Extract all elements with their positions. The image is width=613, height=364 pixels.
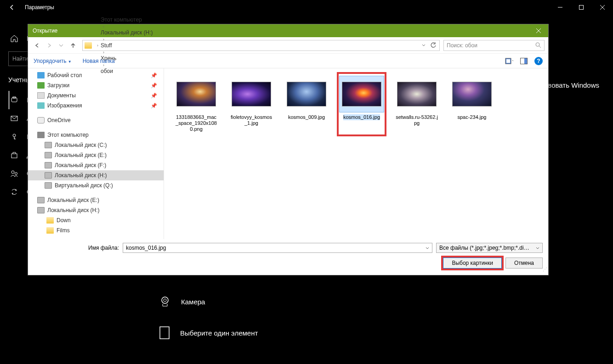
svg-rect-15 xyxy=(506,59,510,63)
tree-item-icon xyxy=(37,102,45,109)
svg-rect-6 xyxy=(11,154,17,158)
tree-item[interactable]: Локальный диск (C:) xyxy=(28,140,164,150)
tree-item-label: Films xyxy=(57,227,70,234)
tree-item-icon xyxy=(45,162,52,168)
folder-icon xyxy=(85,42,92,49)
tree-item-label: Загрузки xyxy=(47,82,69,89)
tree-item[interactable]: OneDrive xyxy=(28,115,164,125)
pin-icon: 📌 xyxy=(151,73,157,78)
filename-input[interactable]: kosmos_016.jpg xyxy=(123,243,432,253)
tree-item-icon xyxy=(37,197,45,203)
file-thumbnail xyxy=(342,82,381,106)
browse-icon xyxy=(159,326,170,340)
chevron-down-icon[interactable] xyxy=(426,247,429,249)
file-item[interactable]: kosmos_016.jpg xyxy=(339,74,385,134)
nav-icon xyxy=(10,114,18,123)
help-button[interactable]: ? xyxy=(534,57,543,65)
nav-icon xyxy=(10,169,18,178)
svg-point-9 xyxy=(162,297,168,303)
tree-item-label: Изображения xyxy=(47,102,82,109)
file-label: kosmos_009.jpg xyxy=(288,114,325,120)
filetype-select[interactable]: Все файлы (*.jpg;*.jpeg;*.bmp;*.dib;*.pn… xyxy=(436,243,543,253)
file-label: 1331883663_mac_space_1920x1080.png xyxy=(175,114,217,133)
breadcrumb-segment[interactable]: Этот компьютер xyxy=(101,17,153,23)
nav-forward-button[interactable] xyxy=(44,40,55,51)
tree-item-icon xyxy=(37,72,45,78)
chevron-down-icon xyxy=(536,247,539,249)
tree-item-label: Локальный диск (H:) xyxy=(55,172,107,179)
svg-line-13 xyxy=(539,46,541,48)
back-button[interactable] xyxy=(6,2,17,13)
tree-item[interactable]: Документы📌 xyxy=(28,90,164,101)
svg-point-10 xyxy=(164,299,166,302)
dialog-title: Открытие xyxy=(33,28,57,34)
camera-option[interactable]: Камера xyxy=(159,296,613,308)
tree-item[interactable]: Локальный диск (E:) xyxy=(28,195,164,205)
new-folder-button[interactable]: Новая папка xyxy=(83,58,115,64)
organize-menu[interactable]: Упорядочить ▼ xyxy=(34,58,72,64)
resize-grip[interactable]: ⋰ xyxy=(542,269,547,274)
tree-item-label: Локальный диск (H:) xyxy=(47,207,100,213)
filename-label: Имя файла: xyxy=(34,245,119,251)
tree-item[interactable]: Этот компьютер xyxy=(28,130,164,140)
file-item[interactable]: fioletovyy_kosmos_1.jpg xyxy=(228,74,274,134)
preview-pane-button[interactable] xyxy=(520,57,528,65)
tree-item[interactable]: Локальный диск (E:) xyxy=(28,150,164,160)
cancel-button[interactable]: Отмена xyxy=(505,258,543,269)
tree-item-label: Локальный диск (F:) xyxy=(55,162,106,168)
tree-item[interactable]: Локальный диск (H:) xyxy=(28,170,164,180)
tree-item[interactable]: Изображения📌 xyxy=(28,101,164,111)
file-item[interactable]: 1331883663_mac_space_1920x1080.png xyxy=(173,74,219,134)
nav-icon xyxy=(10,96,18,104)
tree-item[interactable]: Films xyxy=(28,225,164,235)
tree-item-icon xyxy=(45,172,52,179)
dialog-close-button[interactable] xyxy=(529,24,548,37)
tree-item-label: Рабочий стол xyxy=(47,72,82,78)
breadcrumb-segment[interactable]: Локальный диск (H:) xyxy=(101,29,153,36)
file-list[interactable]: 1331883663_mac_space_1920x1080.pngfiolet… xyxy=(164,68,548,239)
svg-rect-1 xyxy=(579,6,584,10)
tree-item[interactable]: Down xyxy=(28,215,164,225)
view-menu[interactable] xyxy=(505,57,513,65)
tree-item-icon xyxy=(37,132,45,138)
folder-tree[interactable]: Рабочий стол📌Загрузки📌Документы📌Изображе… xyxy=(28,68,164,239)
pin-icon: 📌 xyxy=(151,83,157,89)
settings-title: Параметры xyxy=(25,4,54,11)
maximize-button[interactable] xyxy=(571,0,592,15)
file-item[interactable]: setwalls.ru-53262.jpg xyxy=(394,74,440,134)
breadcrumb[interactable]: › Этот компьютер›Локальный диск (H:)›Stu… xyxy=(82,40,440,51)
tree-item-icon xyxy=(45,152,52,158)
nav-up-button[interactable] xyxy=(68,40,79,51)
file-thumbnail xyxy=(176,82,216,106)
search-icon xyxy=(535,42,541,48)
nav-back-button[interactable] xyxy=(32,40,43,51)
chevron-down-icon[interactable] xyxy=(422,44,426,47)
navigation-bar: › Этот компьютер›Локальный диск (H:)›Stu… xyxy=(28,37,548,54)
close-button[interactable] xyxy=(592,0,613,15)
nav-history-button[interactable] xyxy=(56,40,67,51)
tree-item-icon xyxy=(45,142,52,148)
svg-point-8 xyxy=(15,173,17,175)
tree-item-label: Документы xyxy=(47,92,76,99)
search-field[interactable]: Поиск: обои xyxy=(443,40,545,51)
svg-point-12 xyxy=(536,43,539,46)
tree-item[interactable]: Виртуальный диск (Q:) xyxy=(28,180,164,190)
file-item[interactable]: spac-234.jpg xyxy=(449,74,495,134)
tree-item[interactable]: Локальный диск (F:) xyxy=(28,160,164,170)
tree-item[interactable]: Локальный диск (H:) xyxy=(28,205,164,215)
file-item[interactable]: kosmos_009.jpg xyxy=(284,74,329,134)
tree-item[interactable]: Загрузки📌 xyxy=(28,80,164,90)
open-button[interactable]: Выбор картинки xyxy=(443,258,502,269)
tree-item[interactable]: Рабочий стол📌 xyxy=(28,70,164,80)
camera-icon xyxy=(159,296,171,308)
nav-icon xyxy=(10,151,18,159)
file-label: setwalls.ru-53262.jpg xyxy=(396,114,438,126)
refresh-icon[interactable] xyxy=(430,42,437,49)
breadcrumb-segment[interactable]: Stuff xyxy=(101,42,153,49)
browse-option[interactable]: Выберите один элемент xyxy=(159,326,613,340)
tree-item-icon xyxy=(46,217,54,224)
tree-item-label: Виртуальный диск (Q:) xyxy=(55,182,113,189)
minimize-button[interactable] xyxy=(550,0,571,15)
tree-item-label: Локальный диск (E:) xyxy=(47,197,99,203)
home-icon xyxy=(10,34,18,43)
